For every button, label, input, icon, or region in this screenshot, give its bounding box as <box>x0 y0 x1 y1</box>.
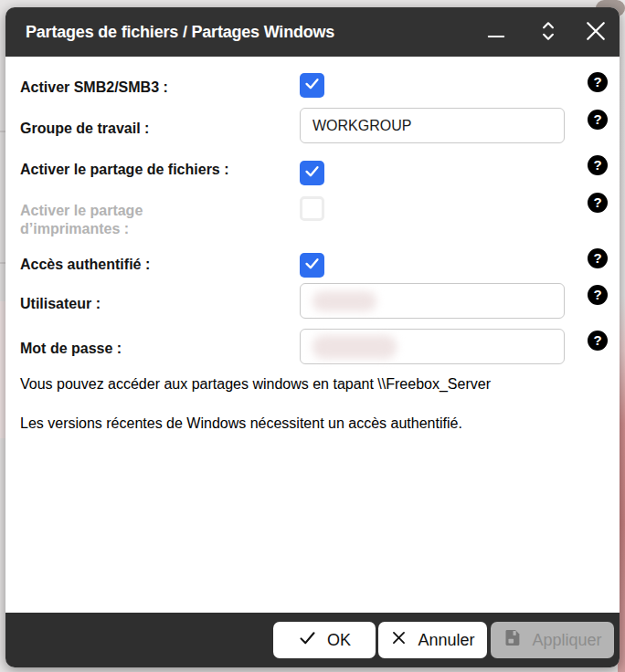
close-icon <box>583 18 609 47</box>
help-glyph: ? <box>593 74 601 89</box>
help-glyph: ? <box>593 332 601 348</box>
username-input[interactable] <box>300 283 565 319</box>
label-enable-smb: Activer SMB2/SMB3 : <box>20 79 168 97</box>
chevron-up-down-icon <box>536 19 560 46</box>
help-icon[interactable]: ? <box>588 248 608 268</box>
label-authenticated-access: Accès authentifié : <box>20 256 150 274</box>
workgroup-input[interactable] <box>300 108 565 143</box>
help-icon[interactable]: ? <box>588 193 608 213</box>
help-icon[interactable]: ? <box>588 331 608 351</box>
minimize-button[interactable] <box>480 16 513 48</box>
apply-button[interactable]: Appliquer <box>491 622 614 658</box>
screen: Partages de fichiers / Partages Windows … <box>0 0 625 672</box>
authenticated-access-checkbox[interactable] <box>300 253 324 278</box>
password-input[interactable] <box>300 329 565 364</box>
smb-checkbox[interactable] <box>300 73 324 98</box>
help-glyph: ? <box>593 194 601 210</box>
label-enable-file-sharing: Activer le partage de fichiers : <box>20 161 229 179</box>
help-icon[interactable]: ? <box>588 72 608 92</box>
save-icon <box>503 628 522 652</box>
windows-shares-dialog: Partages de fichiers / Partages Windows … <box>5 7 620 667</box>
file-sharing-checkbox[interactable] <box>300 161 324 185</box>
help-glyph: ? <box>593 111 601 127</box>
close-button[interactable] <box>579 16 612 48</box>
x-icon <box>390 629 408 651</box>
help-icon[interactable]: ? <box>588 110 608 130</box>
dialog-title: Partages de fichiers / Partages Windows <box>26 7 334 57</box>
titlebar: Partages de fichiers / Partages Windows <box>5 7 620 57</box>
label-username: Utilisateur : <box>20 295 101 313</box>
resize-button[interactable] <box>532 16 565 48</box>
check-icon <box>303 255 321 276</box>
label-enable-printer-sharing: Activer le partage d’imprimantes : <box>20 202 230 238</box>
help-glyph: ? <box>593 157 601 173</box>
label-password: Mot de passe : <box>20 340 122 358</box>
dialog-footer: OK Annuler Appliquer <box>5 613 620 667</box>
minimize-icon <box>484 19 508 46</box>
help-glyph: ? <box>593 287 601 302</box>
check-icon <box>298 628 317 652</box>
help-glyph: ? <box>593 250 601 266</box>
label-workgroup: Groupe de travail : <box>20 120 149 138</box>
cancel-button-label: Annuler <box>418 631 474 650</box>
ok-button-label: OK <box>327 631 351 650</box>
note-share-path: Vous pouvez accéder aux partages windows… <box>20 375 491 394</box>
note-auth-required: Les versions récentes de Windows nécessi… <box>20 415 462 433</box>
check-icon <box>303 75 321 96</box>
apply-button-label: Appliquer <box>532 631 601 650</box>
printer-sharing-checkbox[interactable] <box>300 196 324 221</box>
check-icon <box>303 163 321 184</box>
cancel-button[interactable]: Annuler <box>378 622 487 658</box>
ok-button[interactable]: OK <box>273 622 376 658</box>
help-icon[interactable]: ? <box>588 285 608 305</box>
help-icon[interactable]: ? <box>588 155 608 175</box>
